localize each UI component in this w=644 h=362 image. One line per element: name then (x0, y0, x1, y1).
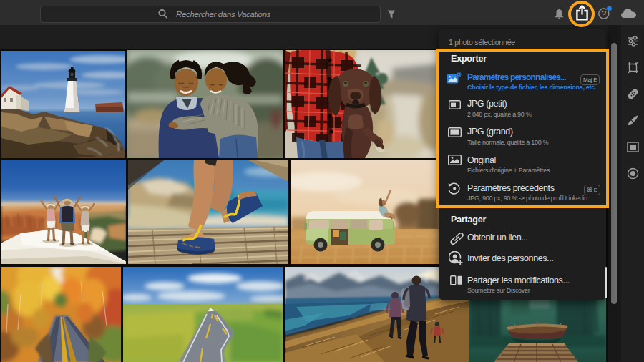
svg-text:?: ? (602, 9, 606, 18)
